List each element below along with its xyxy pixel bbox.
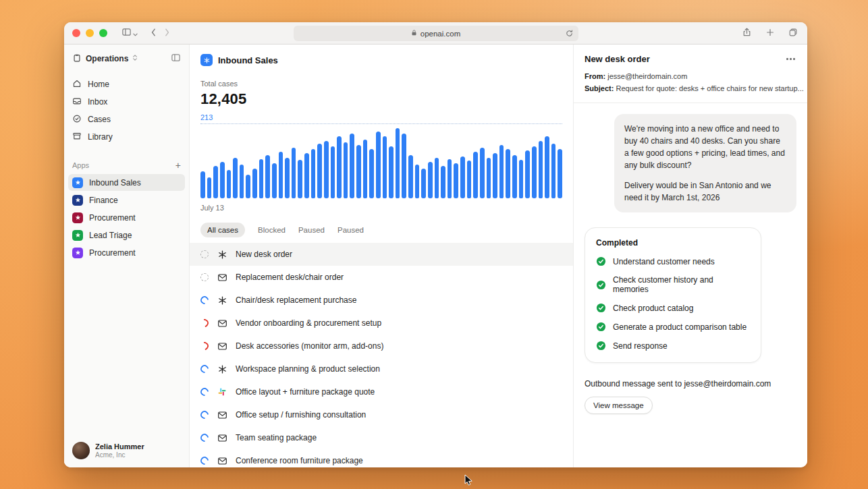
app-item-lead-triage[interactable]: Lead Triage — [68, 227, 185, 243]
case-row[interactable]: Workspace planning & product selection — [190, 357, 573, 380]
case-row[interactable]: Team seating package — [190, 426, 573, 449]
address-bar[interactable]: openai.com — [294, 26, 578, 41]
sidebar-item-library[interactable]: Library — [68, 128, 185, 146]
app-item-procurement[interactable]: Procurement — [68, 244, 185, 261]
tab-paused[interactable]: Paused — [337, 226, 364, 234]
zoom-window-button[interactable] — [99, 29, 107, 37]
mail-icon — [217, 455, 227, 466]
app-item-label: Inbound Sales — [89, 178, 141, 188]
chart-bar — [369, 149, 374, 198]
chart-bar — [454, 163, 458, 198]
current-count-value: 213 — [200, 113, 213, 121]
chart-bar — [331, 146, 335, 198]
case-row[interactable]: Conference room furniture package — [190, 449, 573, 467]
case-title: Team seating package — [236, 433, 317, 442]
from-address: jesse@theirdomain.com — [607, 72, 687, 80]
tab-blocked[interactable]: Blocked — [258, 226, 286, 234]
case-row[interactable]: Replacement desk/chair order — [190, 266, 573, 289]
chart-bar — [487, 158, 491, 198]
chart-bar — [220, 162, 225, 198]
inbound-sales-app-icon — [200, 54, 213, 66]
message-paragraph: We're moving into a new office and need … — [624, 123, 786, 171]
status-blue-icon — [199, 295, 211, 306]
lock-icon — [411, 29, 417, 38]
agent-icon — [217, 364, 227, 374]
tab-paused[interactable]: Paused — [298, 226, 325, 234]
case-row[interactable]: Office setup / furnishing consultation — [190, 403, 573, 426]
cases-bar-chart — [200, 128, 562, 198]
mail-icon — [217, 432, 227, 443]
checklist-item-label: Send response — [613, 341, 668, 351]
case-title: Vendor onboarding & procurement setup — [236, 318, 381, 328]
collapse-sidebar-icon[interactable] — [171, 53, 181, 65]
status-blue-icon — [199, 386, 211, 398]
checklist-item: Check customer history and memories — [596, 275, 750, 294]
chart-bar — [272, 163, 277, 198]
close-window-button[interactable] — [72, 29, 80, 37]
forward-button[interactable] — [163, 26, 171, 40]
tab-all-cases[interactable]: All cases — [200, 223, 245, 237]
app-item-finance[interactable]: Finance — [68, 192, 185, 208]
app-item-procurement[interactable]: Procurement — [68, 209, 185, 226]
mail-icon — [217, 272, 227, 283]
sidebar-item-label: Inbox — [88, 97, 107, 107]
chart-bar — [389, 146, 394, 198]
view-message-button[interactable]: View message — [585, 397, 653, 414]
user-name: Zelia Hummer — [95, 442, 144, 451]
chart-bar — [344, 142, 348, 198]
case-row[interactable]: Vendor onboarding & procurement setup — [190, 312, 573, 335]
minimize-window-button[interactable] — [86, 29, 94, 37]
checklist-item: Send response — [596, 341, 750, 351]
app-glyph-icon — [72, 248, 83, 258]
new-tab-button[interactable] — [764, 26, 776, 40]
main-content: Inbound Sales Total cases 12,405 213 Jul… — [190, 45, 573, 467]
completed-steps-card: Completed Understand customer needsCheck… — [585, 227, 761, 363]
status-blue-icon — [199, 432, 211, 444]
workspace-switcher-icon[interactable] — [132, 54, 138, 63]
add-app-button[interactable]: + — [175, 161, 181, 170]
case-title: New desk order — [585, 54, 650, 64]
case-title: Office layout + furniture package quote — [236, 387, 375, 397]
total-cases-value: 12,405 — [200, 90, 562, 108]
chart-bar — [298, 160, 302, 198]
sidebar-item-cases[interactable]: Cases — [68, 111, 185, 128]
chart-start-date: July 13 — [200, 204, 562, 212]
case-row[interactable]: Chair/desk replacement purchase — [190, 289, 573, 312]
app-item-inbound-sales[interactable]: Inbound Sales — [68, 174, 185, 191]
check-circle-icon — [596, 341, 606, 351]
app-sidebar: Operations HomeInboxCasesLibrary Apps + … — [64, 45, 190, 467]
chart-bar — [265, 155, 270, 198]
case-row[interactable]: Office layout + furniture package quote — [190, 380, 573, 403]
apps-list: Inbound SalesFinanceProcurementLead Tria… — [72, 174, 181, 261]
back-button[interactable] — [149, 26, 158, 40]
chart-bar — [499, 145, 504, 198]
share-button[interactable] — [740, 26, 753, 40]
workspace-name[interactable]: Operations — [86, 54, 128, 63]
chevron-right-icon — [164, 28, 170, 39]
window-controls — [72, 29, 107, 37]
chart-bar — [408, 155, 413, 198]
more-options-button[interactable] — [785, 55, 796, 63]
chart-bar — [292, 148, 296, 198]
browser-sidebar-toggle-button[interactable] — [120, 26, 139, 40]
home-icon — [72, 79, 82, 90]
library-icon — [72, 132, 82, 143]
chart-bar — [233, 158, 238, 198]
case-row[interactable]: New desk order — [190, 243, 573, 266]
tab-overview-button[interactable] — [787, 26, 799, 40]
checklist-item: Generate a product comparison table — [596, 322, 750, 332]
app-glyph-icon — [72, 177, 83, 188]
sidebar-item-inbox[interactable]: Inbox — [68, 93, 185, 111]
sidebar-item-home[interactable]: Home — [68, 76, 185, 93]
check-circle-icon — [596, 303, 606, 313]
check-circle-icon — [596, 322, 606, 332]
status-red-icon — [199, 341, 211, 352]
sidebar-item-label: Home — [88, 80, 109, 89]
refresh-icon[interactable] — [565, 29, 574, 39]
completed-checklist: Understand customer needsCheck customer … — [596, 256, 750, 351]
case-filter-tabs: All casesBlockedPausedPaused — [200, 223, 562, 237]
customer-message-bubble: We're moving into a new office and need … — [614, 114, 796, 212]
user-profile[interactable]: Zelia Hummer Acme, Inc — [72, 442, 144, 459]
case-row[interactable]: Desk accessories (monitor arm, add-ons) — [190, 335, 573, 357]
check-circle-icon — [596, 256, 606, 266]
